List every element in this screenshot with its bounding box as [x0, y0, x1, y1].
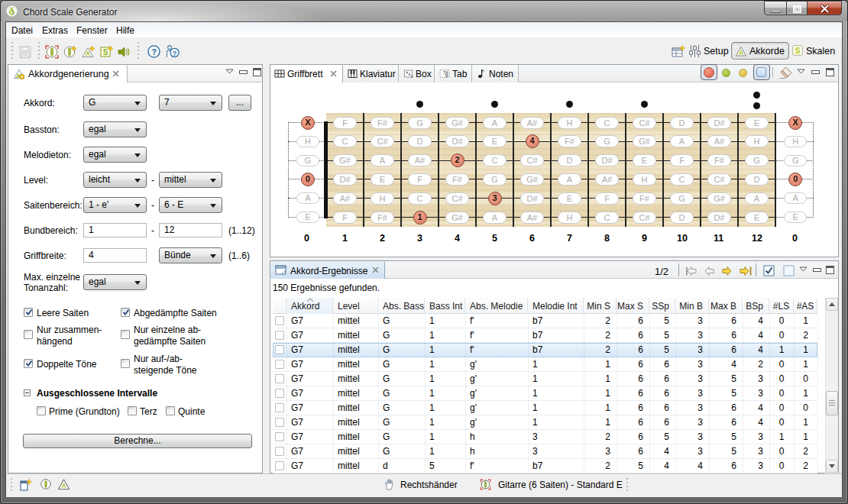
svg-text:B: B: [445, 73, 448, 78]
svg-text:A: A: [86, 50, 91, 57]
svg-text:A: A: [739, 49, 743, 57]
svg-text:?: ?: [173, 50, 176, 57]
svg-text:?: ?: [151, 47, 157, 57]
svg-text:A: A: [61, 482, 66, 489]
svg-text:S: S: [795, 47, 801, 55]
svg-text:S: S: [103, 48, 108, 57]
